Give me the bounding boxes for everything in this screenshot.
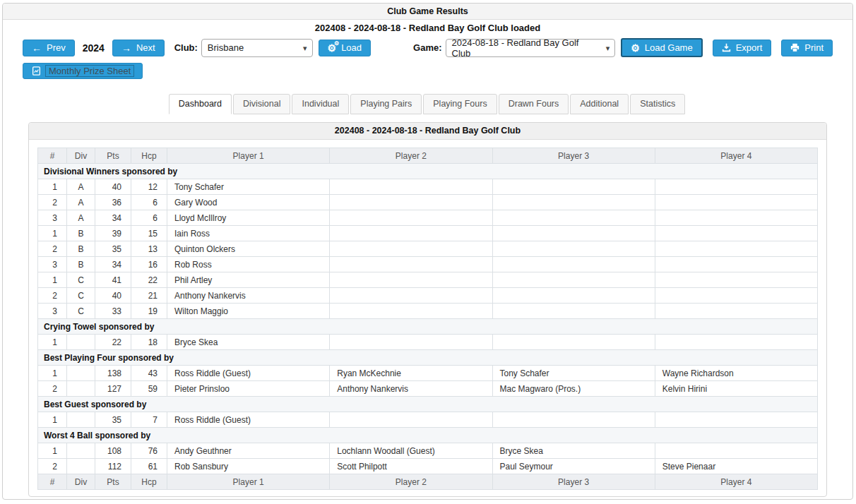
column-header: Player 1: [167, 148, 330, 164]
load-game-button[interactable]: ⚙ Load Game: [621, 38, 703, 57]
monthly-prize-sheet-button[interactable]: Monthly Prize Sheet: [23, 63, 143, 79]
cell: 108: [95, 443, 131, 459]
cell: [492, 335, 655, 350]
cell: [492, 210, 655, 226]
cell: [492, 304, 655, 319]
tab-individual[interactable]: Individual: [292, 94, 349, 114]
table-row: 2C4021Anthony Nankervis: [38, 288, 818, 304]
cell: 6: [131, 210, 167, 226]
column-header: Player 2: [330, 148, 492, 164]
cell: Wayne Richardson: [655, 366, 817, 381]
cell: [655, 257, 817, 272]
cell: [655, 412, 817, 428]
section-title: Crying Towel sponsored by: [38, 319, 818, 335]
tab-additional[interactable]: Additional: [570, 94, 629, 114]
cell: Bryce Skea: [492, 443, 655, 459]
game-label: Game:: [413, 42, 441, 53]
column-header: Div: [67, 474, 95, 490]
cell: [492, 272, 655, 288]
section-header-row: Divisional Winners sponsored by: [38, 164, 818, 179]
cell: 39: [95, 226, 131, 241]
cell: 127: [95, 381, 131, 397]
tab-dashboard[interactable]: Dashboard: [169, 94, 232, 114]
load-button-label: Load: [341, 42, 362, 53]
cell: B: [67, 226, 95, 241]
table-row: 110876Andy GeuthnerLochlann Woodall (Gue…: [38, 443, 818, 459]
tab-statistics[interactable]: Statistics: [630, 94, 685, 114]
cell: 3: [38, 210, 67, 226]
column-header-row: #DivPtsHcpPlayer 1Player 2Player 3Player…: [38, 148, 818, 164]
cell: 2: [38, 195, 67, 210]
column-header: Hcp: [131, 148, 167, 164]
game-select[interactable]: 2024-08-18 - Redland Bay Golf Club ▾: [446, 39, 616, 57]
cell: 41: [95, 272, 131, 288]
cell: 138: [95, 366, 131, 381]
cell: Quinton Olckers: [167, 241, 330, 257]
tab-divisional[interactable]: Divisional: [233, 94, 291, 114]
cell: Iain Ross: [167, 226, 330, 241]
cell: 2: [38, 381, 67, 397]
prev-button[interactable]: ← Prev: [23, 40, 75, 56]
cell: 1: [38, 179, 67, 195]
table-row: 2A366Gary Wood: [38, 195, 818, 210]
cell: Wilton Maggio: [167, 304, 330, 319]
cell: [330, 335, 492, 350]
cell: Anthony Nankervis: [167, 288, 330, 304]
cell: 34: [95, 210, 131, 226]
tab-playing-pairs[interactable]: Playing Pairs: [350, 94, 422, 114]
cell: Ross Riddle (Guest): [167, 366, 330, 381]
export-button-label: Export: [736, 42, 763, 53]
print-button[interactable]: Print: [781, 40, 833, 56]
cell: [330, 257, 492, 272]
cell: [655, 210, 817, 226]
cell: 76: [131, 443, 167, 459]
cell: 13: [131, 241, 167, 257]
cell: [330, 195, 492, 210]
arrow-left-icon: ←: [32, 43, 42, 53]
cell: 21: [131, 288, 167, 304]
cell: Tony Schafer: [167, 179, 330, 195]
cell: A: [67, 195, 95, 210]
cell: [492, 288, 655, 304]
cell: 15: [131, 226, 167, 241]
table-row: 1B3915Iain Ross: [38, 226, 818, 241]
cell: [330, 288, 492, 304]
caret-down-icon: ▾: [606, 44, 610, 53]
cell: [655, 226, 817, 241]
cell: 6: [131, 195, 167, 210]
table-row: 113843Ross Riddle (Guest)Ryan McKechnieT…: [38, 366, 818, 381]
footer-header-row: #DivPtsHcpPlayer 1Player 2Player 3Player…: [38, 474, 818, 490]
club-select[interactable]: Brisbane ▾: [201, 39, 313, 57]
section-title: Worst 4 Ball sponsored by: [38, 428, 818, 443]
tab-playing-fours[interactable]: Playing Fours: [423, 94, 497, 114]
tab-drawn-fours[interactable]: Drawn Fours: [499, 94, 569, 114]
cell: 2: [38, 288, 67, 304]
download-icon: [722, 43, 731, 52]
cell: [492, 412, 655, 428]
cell: Anthony Nankervis: [330, 381, 492, 397]
table-row: 12218Bryce Skea: [38, 335, 818, 350]
column-header: Pts: [95, 148, 131, 164]
cell: [67, 335, 95, 350]
column-header: Player 4: [655, 148, 817, 164]
cell: [492, 195, 655, 210]
cell: Pieter Prinsloo: [167, 381, 330, 397]
load-button[interactable]: ⚙⚙ Load: [319, 40, 371, 56]
monthly-prize-sheet-label: Monthly Prize Sheet: [46, 66, 133, 76]
export-button[interactable]: Export: [713, 40, 772, 56]
section-title: Divisional Winners sponsored by: [38, 164, 818, 179]
cell: 112: [95, 459, 131, 474]
cell: [492, 179, 655, 195]
cogs-icon: ⚙⚙: [328, 43, 337, 53]
cell: [67, 366, 95, 381]
next-button[interactable]: → Next: [112, 40, 165, 56]
toolbar: ← Prev 2024 → Next Club: Brisbane ▾ ⚙⚙ L…: [23, 38, 833, 57]
table-row: 1357Ross Riddle (Guest): [38, 412, 818, 428]
cell: Kelvin Hirini: [655, 381, 817, 397]
section-header-row: Best Guest sponsored by: [38, 397, 818, 412]
cell: [492, 226, 655, 241]
cell: 1: [38, 335, 67, 350]
printer-icon: [790, 43, 799, 52]
cell: Rob Sansbury: [167, 459, 330, 474]
column-header: Player 3: [492, 148, 655, 164]
